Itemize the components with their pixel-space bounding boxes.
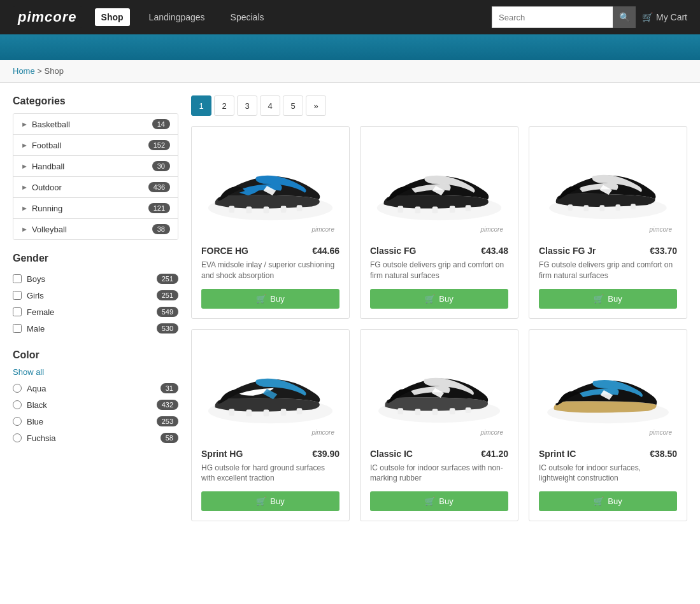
cart-icon-0: 🛒	[256, 294, 266, 304]
svg-rect-4	[281, 206, 287, 213]
main-content: Categories ► Basketball 14 ► Football 15…	[0, 83, 700, 534]
color-black-radio[interactable]	[13, 400, 22, 409]
svg-rect-13	[568, 204, 573, 211]
gender-female: Female 549	[13, 304, 178, 320]
gender-male-checkbox[interactable]	[13, 324, 22, 333]
nav-specials[interactable]: Specials	[224, 8, 271, 26]
page-next[interactable]: »	[306, 95, 326, 116]
product-desc-4: IC outsole for indoor surfaces with non-…	[370, 463, 508, 484]
color-blue-count: 253	[157, 416, 178, 426]
category-outdoor[interactable]: ► Outdoor 436	[13, 177, 178, 198]
color-title: Color	[13, 349, 178, 361]
category-label-outdoor: Outdoor	[32, 183, 62, 192]
svg-rect-10	[450, 206, 455, 213]
color-fuchsia-count: 58	[161, 433, 178, 443]
svg-rect-25	[397, 408, 403, 414]
category-arrow-volleyball: ►	[21, 225, 28, 233]
gender-girls-checkbox[interactable]	[13, 291, 22, 300]
cart-icon: 🛒	[642, 12, 653, 22]
cart-button[interactable]: 🛒 My Cart	[642, 12, 687, 22]
svg-rect-17	[631, 204, 636, 209]
shoe-svg-3	[201, 349, 339, 432]
color-aqua-radio[interactable]	[13, 384, 22, 393]
gender-section: Gender Boys 251 Girls 251 Female	[13, 253, 178, 337]
cart-icon-4: 🛒	[425, 496, 435, 506]
svg-rect-22	[281, 409, 287, 416]
category-label-football: Football	[32, 141, 61, 150]
page-3[interactable]: 3	[237, 95, 257, 116]
gender-male-label: Male	[27, 324, 45, 334]
nav-landingpages[interactable]: Landingpages	[143, 8, 211, 26]
page-2[interactable]: 2	[214, 95, 234, 116]
category-label-basketball: Basketball	[32, 120, 70, 129]
color-blue-radio[interactable]	[13, 417, 22, 426]
blue-banner	[0, 34, 700, 60]
category-arrow-outdoor: ►	[21, 183, 28, 191]
color-aqua-label: Aqua	[27, 384, 46, 393]
svg-rect-27	[432, 409, 438, 415]
product-desc-0: EVA midsole inlay / superior cushioning …	[201, 260, 339, 281]
svg-rect-7	[397, 206, 403, 213]
category-handball[interactable]: ► Handball 30	[13, 156, 178, 177]
buy-label-5: Buy	[608, 496, 622, 506]
svg-rect-9	[432, 206, 438, 213]
svg-rect-5	[297, 205, 303, 211]
color-blue: Blue 253	[13, 413, 178, 430]
product-name-2: Classic FG Jr	[539, 246, 596, 256]
categories-section: Categories ► Basketball 14 ► Football 15…	[13, 95, 178, 240]
category-label-running: Running	[32, 204, 62, 213]
buy-button-4[interactable]: 🛒 Buy	[370, 491, 508, 511]
category-football[interactable]: ► Football 152	[13, 135, 178, 156]
header: pimcore Shop Landingpages Specials 🔍 🛒 M…	[0, 0, 700, 34]
category-count-volleyball: 38	[152, 224, 170, 234]
product-image-4: pimcore	[370, 339, 508, 441]
search-input[interactable]	[492, 6, 613, 28]
product-name-1: Classic FG	[370, 246, 416, 256]
product-card-1: pimcore Classic FG €43.48 FG outsole del…	[360, 126, 518, 319]
category-label-volleyball: Volleyball	[32, 225, 67, 234]
color-fuchsia-radio[interactable]	[13, 433, 22, 442]
breadcrumb-home[interactable]: Home	[13, 66, 35, 76]
product-name-3: Sprint HG	[201, 449, 243, 459]
product-header-2: Classic FG Jr €33.70	[539, 246, 677, 256]
product-name-5: Sprint IC	[539, 449, 576, 459]
buy-button-5[interactable]: 🛒 Buy	[539, 491, 677, 511]
svg-rect-8	[415, 206, 421, 213]
svg-rect-11	[466, 205, 471, 211]
product-image-5: pimcore	[539, 339, 677, 441]
shoe-svg-2	[539, 146, 677, 228]
svg-rect-23	[297, 408, 303, 414]
buy-button-0[interactable]: 🛒 Buy	[201, 289, 339, 309]
buy-label-4: Buy	[439, 496, 453, 506]
category-volleyball[interactable]: ► Volleyball 38	[13, 219, 178, 239]
show-all-colors[interactable]: Show all	[13, 367, 178, 377]
product-price-4: €41.20	[481, 449, 508, 459]
search-button[interactable]: 🔍	[613, 6, 636, 28]
nav-shop[interactable]: Shop	[95, 8, 130, 26]
watermark-4: pimcore	[480, 429, 503, 436]
page-1[interactable]: 1	[191, 95, 211, 116]
buy-button-2[interactable]: 🛒 Buy	[539, 289, 677, 309]
product-price-3: €39.90	[312, 449, 339, 459]
category-arrow-running: ►	[21, 204, 28, 212]
gender-male: Male 530	[13, 320, 178, 337]
buy-button-1[interactable]: 🛒 Buy	[370, 289, 508, 309]
gender-girls: Girls 251	[13, 287, 178, 304]
svg-rect-16	[615, 204, 620, 211]
category-basketball[interactable]: ► Basketball 14	[13, 114, 178, 135]
svg-rect-2	[246, 206, 252, 213]
category-arrow-handball: ►	[21, 162, 28, 170]
page-4[interactable]: 4	[260, 95, 280, 116]
product-desc-5: IC outsole for indoor surfaces, lightwei…	[539, 463, 677, 484]
cart-icon-5: 🛒	[594, 496, 604, 506]
page-5[interactable]: 5	[283, 95, 303, 116]
shoe-svg-0	[201, 146, 339, 228]
category-running[interactable]: ► Running 121	[13, 198, 178, 219]
shoe-svg-5	[539, 349, 677, 432]
product-desc-1: FG outsole delivers grip and comfort on …	[370, 260, 508, 281]
gender-female-checkbox[interactable]	[13, 307, 22, 316]
buy-label-2: Buy	[608, 294, 622, 304]
product-card-0: pimcore FORCE HG €44.66 EVA midsole inla…	[191, 126, 350, 319]
gender-boys-checkbox[interactable]	[13, 274, 22, 283]
buy-button-3[interactable]: 🛒 Buy	[201, 491, 339, 511]
